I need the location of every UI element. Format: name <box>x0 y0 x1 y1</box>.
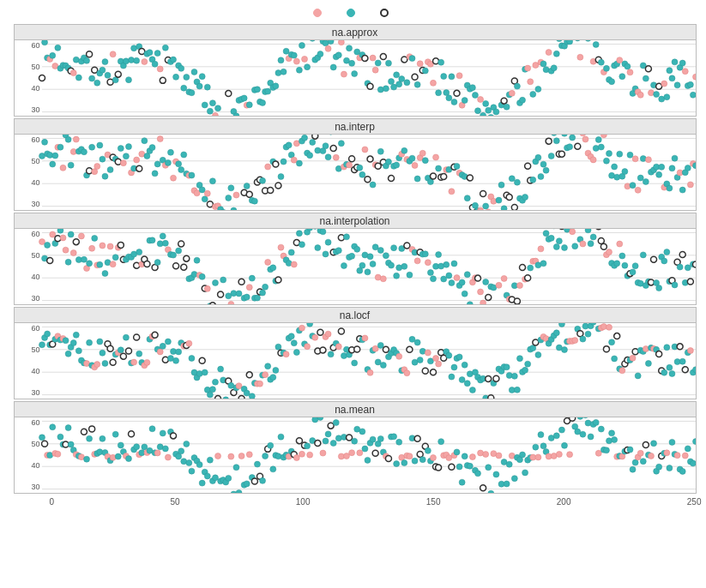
svg-point-197 <box>546 50 552 56</box>
svg-point-22 <box>86 51 92 57</box>
svg-point-294 <box>133 157 139 163</box>
svg-point-133 <box>377 87 383 93</box>
svg-point-291 <box>125 144 131 150</box>
plot-area-3 <box>42 323 696 399</box>
svg-point-360 <box>306 153 312 159</box>
svg-point-454 <box>553 138 559 144</box>
svg-point-180 <box>501 98 507 104</box>
svg-point-870 <box>311 334 317 340</box>
svg-point-594 <box>254 295 260 301</box>
svg-point-832 <box>212 379 218 385</box>
svg-point-636 <box>364 269 370 275</box>
svg-point-54 <box>170 57 176 63</box>
svg-point-187 <box>519 97 525 103</box>
svg-point-841 <box>236 383 242 389</box>
svg-point-489 <box>645 157 651 163</box>
svg-point-362 <box>311 135 317 139</box>
panel-title-4: na.mean <box>15 402 696 417</box>
svg-point-947 <box>514 387 520 393</box>
svg-point-667 <box>445 273 451 279</box>
svg-point-1118 <box>296 438 302 444</box>
svg-point-1225 <box>576 417 582 419</box>
svg-point-284 <box>107 167 113 173</box>
svg-point-817 <box>172 357 178 363</box>
svg-point-1077 <box>188 468 194 474</box>
svg-point-437 <box>509 176 515 182</box>
svg-point-603 <box>277 244 283 250</box>
svg-point-732 <box>616 241 622 247</box>
svg-point-375 <box>346 162 352 168</box>
svg-point-778 <box>70 340 76 346</box>
svg-point-703 <box>540 261 546 267</box>
svg-point-798 <box>123 334 129 340</box>
svg-point-83 <box>246 102 252 108</box>
svg-point-861 <box>288 333 294 339</box>
y-ticks-3: 60 50 40 30 <box>15 323 42 399</box>
svg-point-937 <box>487 395 493 399</box>
svg-point-573 <box>199 273 205 279</box>
svg-point-610 <box>296 231 302 237</box>
svg-point-31 <box>110 51 116 57</box>
scatter-plot-2 <box>42 229 696 304</box>
panel-body-2: 60 50 40 30 <box>15 229 696 304</box>
svg-point-280 <box>96 142 102 148</box>
svg-point-269 <box>68 162 74 168</box>
svg-point-465 <box>582 136 588 142</box>
svg-point-50 <box>160 77 166 83</box>
svg-point-141 <box>398 76 404 82</box>
svg-point-856 <box>275 344 281 350</box>
svg-point-753 <box>672 282 678 288</box>
svg-point-846 <box>249 393 255 399</box>
svg-point-607 <box>288 249 294 255</box>
svg-point-780 <box>75 348 81 354</box>
svg-point-1222 <box>569 417 575 421</box>
svg-point-907 <box>408 336 414 342</box>
svg-point-708 <box>553 243 559 249</box>
svg-point-1070 <box>170 433 176 439</box>
svg-point-16 <box>70 70 76 76</box>
plot-area-2 <box>42 229 696 304</box>
svg-point-1141 <box>356 450 362 456</box>
svg-point-47 <box>152 61 158 67</box>
svg-point-1198 <box>506 461 512 467</box>
svg-point-193 <box>534 86 540 92</box>
svg-point-1189 <box>482 452 488 458</box>
svg-point-1064 <box>154 450 160 456</box>
svg-point-485 <box>635 187 641 193</box>
svg-point-1190 <box>485 465 491 471</box>
svg-point-1049 <box>115 453 121 459</box>
svg-point-836 <box>222 397 228 399</box>
svg-point-862 <box>291 340 297 346</box>
svg-point-177 <box>492 109 498 115</box>
svg-point-383 <box>367 156 373 162</box>
svg-point-154 <box>432 58 438 64</box>
svg-point-1039 <box>88 426 94 432</box>
svg-point-1006 <box>668 370 674 376</box>
scatter-plot-1 <box>42 135 696 210</box>
svg-point-939 <box>492 375 498 381</box>
svg-point-1268 <box>690 460 696 466</box>
svg-point-265 <box>57 144 63 150</box>
svg-point-1143 <box>361 446 367 452</box>
svg-point-608 <box>291 261 297 267</box>
svg-point-1010 <box>679 358 685 364</box>
svg-point-873 <box>319 347 325 353</box>
svg-point-28 <box>101 59 107 65</box>
svg-point-1232 <box>595 450 601 456</box>
svg-point-640 <box>375 274 381 280</box>
panel-2: na.interpolation 60 50 40 30 <box>14 213 697 305</box>
svg-point-384 <box>370 182 376 188</box>
svg-point-737 <box>630 269 636 275</box>
svg-point-219 <box>603 65 609 71</box>
svg-point-493 <box>655 171 661 177</box>
svg-point-366 <box>323 143 329 149</box>
svg-point-68 <box>207 108 213 114</box>
svg-point-617 <box>314 245 320 251</box>
svg-point-382 <box>364 177 370 183</box>
svg-point-432 <box>495 197 501 203</box>
svg-point-530 <box>86 261 92 267</box>
svg-point-67 <box>204 84 210 90</box>
svg-point-902 <box>395 353 401 359</box>
svg-point-621 <box>325 239 331 245</box>
svg-point-1080 <box>196 462 202 468</box>
